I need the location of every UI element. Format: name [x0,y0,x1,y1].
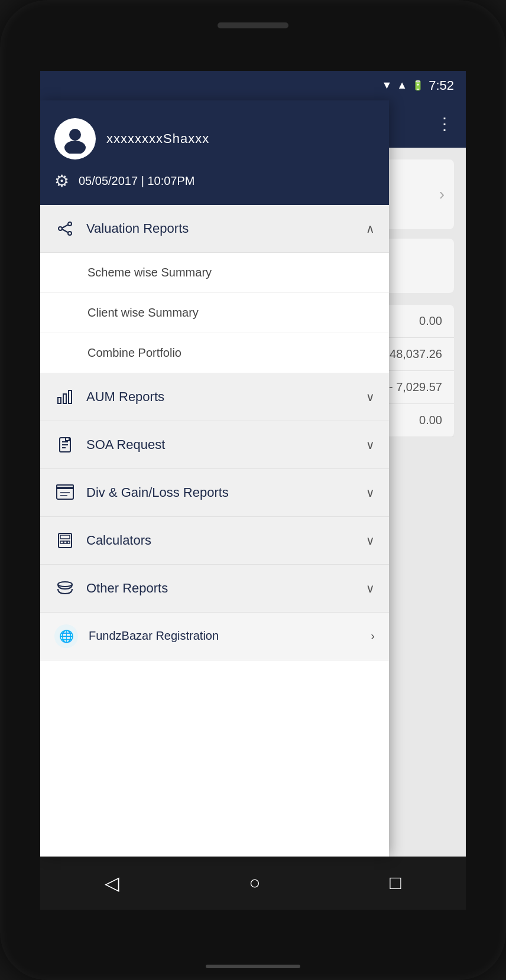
soa-request-header[interactable]: SOA Request ∨ [40,421,389,469]
phone-device: ▼ ▲ 🔋 7:52 ⋮ CAGR 39 ↑ [0,0,506,980]
status-bar: ▼ ▲ 🔋 7:52 [40,71,466,100]
aum-reports-chevron: ∨ [366,390,375,404]
div-gain-loss-header[interactable]: Div & Gain/Loss Reports ∨ [40,469,389,517]
div-gain-loss-label: Div & Gain/Loss Reports [86,485,366,500]
svg-point-0 [69,129,81,141]
valuation-reports-header[interactable]: Valuation Reports ∧ [40,205,389,253]
navigation-drawer: xxxxxxxxShaxxx ⚙ 05/05/2017 | 10:07PM [40,100,389,857]
svg-line-5 [62,224,68,228]
div-gain-loss-icon [54,482,76,503]
datetime-row: ⚙ 05/05/2017 | 10:07PM [54,171,375,191]
time-display: 7:52 [429,78,454,93]
avatar [54,118,96,159]
svg-point-4 [68,232,72,235]
home-indicator [206,965,300,968]
user-avatar-icon [60,124,90,154]
svg-line-6 [62,229,68,233]
soa-request-icon [54,434,76,455]
aum-reports-header[interactable]: AUM Reports ∨ [40,373,389,421]
svg-point-2 [59,227,62,230]
valuation-reports-chevron: ∧ [366,222,375,236]
fundzbazar-label: FundzBazar Registration [89,629,371,643]
back-button[interactable]: ◁ [93,866,131,900]
calculators-chevron: ∨ [366,533,375,548]
bottom-nav: ◁ ○ □ [40,857,466,910]
svg-rect-22 [67,541,70,543]
other-reports-icon [54,578,76,599]
soa-request-chevron: ∨ [366,438,375,452]
username-label: xxxxxxxxShaxxx [106,131,209,146]
calculators-header[interactable]: Calculators ∨ [40,517,389,565]
svg-rect-20 [60,541,63,543]
client-wise-summary-item[interactable]: Client wise Summary [40,293,389,333]
calculators-icon [54,530,76,551]
drawer-header: xxxxxxxxShaxxx ⚙ 05/05/2017 | 10:07PM [40,100,389,205]
battery-icon: 🔋 [412,80,424,91]
drawer-overlay: xxxxxxxxShaxxx ⚙ 05/05/2017 | 10:07PM [40,100,466,857]
phone-speaker [218,22,288,28]
svg-point-23 [58,582,72,587]
drawer-menu: Valuation Reports ∧ Scheme wise Summary … [40,205,389,857]
main-content: ⋮ CAGR 39 ↑ › 298.00 ₹ [40,100,466,857]
soa-request-label: SOA Request [86,437,366,452]
svg-rect-21 [64,541,67,543]
fundzbazar-arrow-icon: › [371,629,375,643]
svg-rect-8 [63,394,66,403]
svg-point-1 [64,141,86,154]
calculators-label: Calculators [86,533,366,548]
aum-reports-icon [54,386,76,408]
user-row: xxxxxxxxShaxxx [54,118,375,159]
home-button[interactable]: ○ [237,866,272,900]
svg-rect-19 [60,535,70,539]
fundzbazar-registration-item[interactable]: 🌐 FundzBazar Registration › [40,613,389,660]
svg-rect-9 [69,390,72,403]
recent-apps-button[interactable]: □ [378,866,413,900]
combine-portfolio-item[interactable]: Combine Portfolio [40,333,389,373]
scheme-wise-summary-item[interactable]: Scheme wise Summary [40,253,389,293]
fundzbazar-icon: 🌐 [54,624,78,648]
signal-icon: ▲ [397,79,407,92]
aum-reports-label: AUM Reports [86,389,366,405]
valuation-reports-icon [54,218,76,239]
phone-screen: ▼ ▲ 🔋 7:52 ⋮ CAGR 39 ↑ [40,71,466,910]
status-icons: ▼ ▲ 🔋 7:52 [382,78,454,93]
calendar-icon: ⚙ [54,171,69,191]
wifi-icon: ▼ [382,79,393,92]
other-reports-label: Other Reports [86,581,366,596]
svg-point-3 [68,222,72,226]
div-gain-loss-chevron: ∨ [366,486,375,500]
svg-rect-7 [58,398,61,403]
other-reports-header[interactable]: Other Reports ∨ [40,565,389,613]
valuation-reports-label: Valuation Reports [86,221,366,236]
other-reports-chevron: ∨ [366,581,375,595]
datetime-label: 05/05/2017 | 10:07PM [79,174,194,188]
